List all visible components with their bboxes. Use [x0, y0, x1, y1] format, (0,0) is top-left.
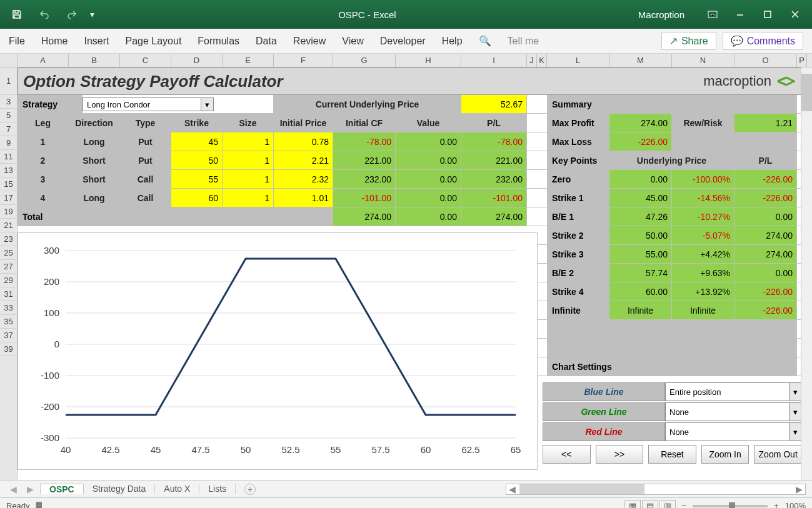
vertical-scrollbar[interactable] — [801, 67, 812, 480]
chart-btn-zoomout[interactable]: Zoom Out — [754, 445, 802, 464]
row-17[interactable]: 17 — [0, 191, 17, 205]
row-25[interactable]: 25 — [0, 246, 17, 260]
green-line-select[interactable]: None▾ — [665, 402, 802, 421]
row-19[interactable]: 19 — [0, 205, 17, 219]
row-31[interactable]: 31 — [0, 287, 17, 301]
sheet-tab-strategy-data[interactable]: Strategy Data — [84, 484, 156, 494]
row-39[interactable]: 39 — [0, 342, 17, 356]
tab-developer[interactable]: Developer — [380, 36, 426, 47]
red-line-select[interactable]: None▾ — [665, 422, 802, 441]
row-29[interactable]: 29 — [0, 274, 17, 287]
tab-review[interactable]: Review — [293, 36, 326, 47]
row-3[interactable]: 3 — [0, 95, 17, 109]
zoom-slider[interactable] — [693, 505, 768, 507]
blue-line-select[interactable]: Entire position▾ — [665, 382, 802, 401]
add-sheet-icon[interactable]: + — [244, 484, 256, 495]
zoom-out-icon[interactable]: − — [682, 501, 687, 508]
col-N[interactable]: N — [672, 54, 734, 67]
leg-iprice-4[interactable]: 1.01 — [274, 189, 333, 207]
col-I[interactable]: I — [461, 54, 527, 67]
select-all[interactable] — [0, 54, 18, 67]
chart-btn-[interactable]: >> — [596, 445, 644, 464]
horizontal-scrollbar[interactable]: ◀▶ — [506, 484, 806, 495]
leg-dir-3[interactable]: Short — [69, 170, 120, 188]
sheet-tab-lists[interactable]: Lists — [199, 484, 236, 494]
comments-button[interactable]: 💬Comments — [723, 32, 803, 50]
col-A[interactable]: A — [18, 54, 69, 67]
tab-help[interactable]: Help — [442, 36, 463, 47]
account-name[interactable]: Macroption — [638, 9, 684, 20]
col-K[interactable]: K — [537, 54, 547, 67]
redo-icon[interactable] — [60, 5, 84, 24]
tab-data[interactable]: Data — [256, 36, 277, 47]
row-5[interactable]: 5 — [0, 109, 17, 122]
leg-type-1[interactable]: Put — [120, 132, 171, 151]
view-pagebreak-icon[interactable]: ▥ — [659, 500, 676, 509]
share-button[interactable]: ↗Share — [661, 32, 716, 50]
row-23[interactable]: 23 — [0, 232, 17, 246]
close-icon[interactable] — [783, 5, 807, 24]
row-27[interactable]: 27 — [0, 260, 17, 274]
tell-me-icon[interactable]: 🔍 — [479, 35, 491, 47]
leg-strike-1[interactable]: 45 — [171, 132, 223, 151]
row-21[interactable]: 21 — [0, 219, 17, 232]
leg-strike-4[interactable]: 60 — [171, 189, 223, 207]
leg-strike-3[interactable]: 55 — [171, 170, 223, 188]
leg-dir-4[interactable]: Long — [69, 189, 120, 207]
col-C[interactable]: C — [120, 54, 171, 67]
leg-size-3[interactable]: 1 — [223, 170, 274, 188]
tab-insert[interactable]: Insert — [84, 36, 109, 47]
row-33[interactable]: 33 — [0, 301, 17, 315]
col-P[interactable]: P — [797, 54, 807, 67]
view-normal-icon[interactable]: ▦ — [624, 500, 641, 509]
col-G[interactable]: G — [333, 54, 396, 67]
tab-file[interactable]: File — [9, 36, 25, 47]
leg-dir-1[interactable]: Long — [69, 132, 120, 151]
leg-strike-2[interactable]: 50 — [171, 151, 223, 169]
ribbon-mode-icon[interactable] — [701, 5, 724, 24]
leg-iprice-2[interactable]: 2.21 — [274, 151, 333, 169]
row-15[interactable]: 15 — [0, 177, 17, 191]
row-7[interactable]: 7 — [0, 122, 17, 136]
tab-home[interactable]: Home — [41, 36, 68, 47]
col-O[interactable]: O — [734, 54, 797, 67]
chart-btn-reset[interactable]: Reset — [648, 445, 696, 464]
chart-btn-[interactable]: << — [543, 445, 591, 464]
view-pagelayout-icon[interactable]: ▤ — [642, 500, 658, 509]
zoom-in-icon[interactable]: + — [774, 501, 779, 508]
leg-type-2[interactable]: Put — [120, 151, 171, 169]
col-F[interactable]: F — [274, 54, 333, 67]
leg-iprice-1[interactable]: 0.78 — [274, 132, 333, 151]
next-sheet-icon[interactable]: ▶ — [23, 484, 38, 494]
tab-view[interactable]: View — [342, 36, 363, 47]
row-37[interactable]: 37 — [0, 329, 17, 342]
leg-iprice-3[interactable]: 2.32 — [274, 170, 333, 188]
zoom-level[interactable]: 100% — [785, 501, 806, 508]
cup-value[interactable]: 52.67 — [461, 95, 527, 113]
undo-icon[interactable] — [33, 5, 56, 24]
leg-size-2[interactable]: 1 — [223, 151, 274, 169]
maximize-icon[interactable] — [756, 5, 779, 24]
sheet-tab-ospc[interactable]: OSPC — [40, 484, 84, 494]
qat-dropdown-icon[interactable]: ▾ — [88, 5, 96, 24]
col-L[interactable]: L — [547, 54, 609, 67]
row-11[interactable]: 11 — [0, 150, 17, 164]
leg-type-3[interactable]: Call — [120, 170, 171, 188]
row-9[interactable]: 9 — [0, 136, 17, 150]
macro-rec-icon[interactable]: ▓ — [36, 501, 42, 508]
sheet-tab-auto-x[interactable]: Auto X — [155, 484, 199, 494]
tell-me[interactable]: Tell me — [508, 36, 539, 47]
strategy-select[interactable]: Long Iron Condor▾ — [83, 95, 223, 113]
tab-pagelayout[interactable]: Page Layout — [125, 36, 181, 47]
col-J[interactable]: J — [527, 54, 537, 67]
col-H[interactable]: H — [396, 54, 461, 67]
row-1[interactable]: 1 — [0, 67, 17, 95]
col-D[interactable]: D — [171, 54, 223, 67]
col-E[interactable]: E — [223, 54, 274, 67]
row-13[interactable]: 13 — [0, 164, 17, 177]
chart-btn-zoomin[interactable]: Zoom In — [701, 445, 749, 464]
col-B[interactable]: B — [69, 54, 120, 67]
minimize-icon[interactable] — [728, 5, 752, 24]
leg-size-1[interactable]: 1 — [223, 132, 274, 151]
prev-sheet-icon[interactable]: ◀ — [6, 484, 21, 494]
